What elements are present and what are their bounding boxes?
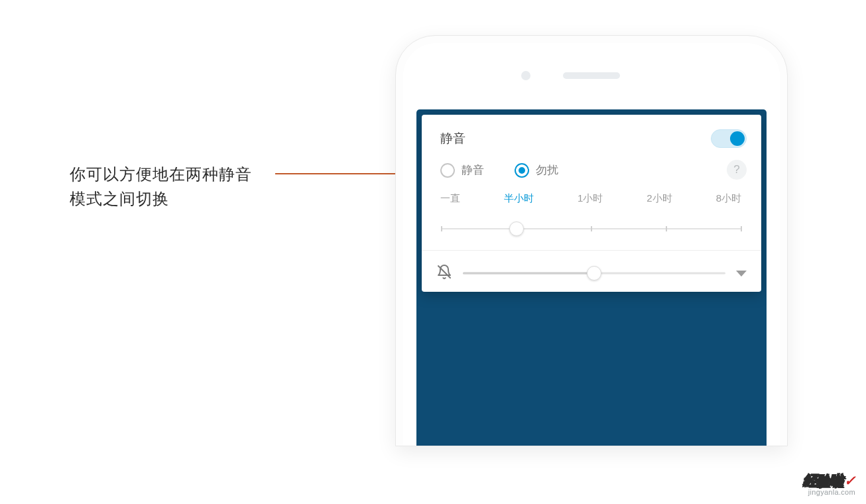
volume-slider-fill: [463, 273, 594, 275]
radio-label-dnd: 勿扰: [536, 162, 558, 178]
radio-circle-dnd: [515, 163, 529, 178]
duration-option-0[interactable]: 一直: [440, 192, 460, 205]
watermark-brand: 经验啦✓: [803, 473, 855, 487]
duration-labels-row: 一直 半小时 1小时 2小时 8小时: [422, 190, 761, 208]
volume-row: [422, 260, 761, 283]
mode-row: 静音 勿扰 ?: [422, 157, 761, 190]
phone-frame: 静音 静音 勿扰 ?: [395, 35, 788, 446]
radio-label-mute: 静音: [462, 162, 484, 178]
phone-screen: 静音 静音 勿扰 ?: [416, 109, 767, 446]
annotation-line-1: 你可以方便地在两种静音: [70, 162, 252, 186]
panel-header: 静音: [422, 115, 761, 157]
duration-option-2[interactable]: 1小时: [578, 192, 603, 205]
mute-settings-panel: 静音 静音 勿扰 ?: [422, 115, 761, 292]
slider-tick: [666, 226, 667, 231]
duration-option-4[interactable]: 8小时: [716, 192, 741, 205]
phone-speaker: [563, 72, 620, 79]
panel-title: 静音: [440, 130, 465, 147]
slider-tick: [741, 226, 742, 231]
annotation-line-2: 模式之间切换: [70, 186, 252, 211]
radio-circle-mute: [440, 163, 455, 178]
mute-master-toggle[interactable]: [711, 129, 747, 148]
radio-dnd[interactable]: 勿扰: [515, 162, 558, 178]
watermark-check-icon: ✓: [844, 473, 855, 488]
watermark-domain: jingyanla.com: [803, 489, 855, 496]
bell-mute-icon: [436, 264, 452, 283]
phone-inner-frame: 静音 静音 勿扰 ?: [403, 43, 780, 446]
toggle-knob: [730, 131, 745, 146]
slider-tick: [441, 226, 442, 231]
radio-mute[interactable]: 静音: [440, 162, 484, 178]
volume-slider-thumb[interactable]: [587, 266, 601, 281]
phone-side-button-2: [787, 314, 788, 374]
phone-camera: [521, 71, 530, 80]
help-icon: ?: [733, 163, 739, 176]
volume-slider[interactable]: [463, 265, 725, 281]
duration-option-3[interactable]: 2小时: [647, 192, 672, 205]
divider: [422, 250, 761, 251]
expand-volume-icon[interactable]: [736, 271, 747, 277]
phone-side-button-1: [787, 215, 788, 275]
help-button[interactable]: ?: [727, 160, 747, 180]
watermark: 经验啦✓ jingyanla.com: [803, 473, 855, 496]
duration-option-1[interactable]: 半小时: [504, 192, 534, 205]
slider-tick: [591, 226, 592, 231]
annotation-text: 你可以方便地在两种静音 模式之间切换: [70, 162, 252, 211]
duration-slider-thumb[interactable]: [509, 221, 524, 236]
duration-slider[interactable]: [442, 221, 741, 237]
